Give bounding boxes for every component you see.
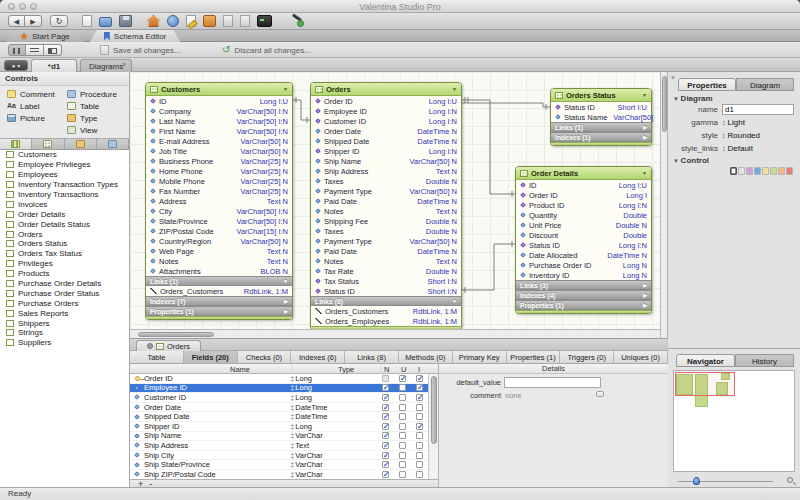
u-checkbox[interactable] bbox=[399, 413, 406, 420]
field-row-employee-id[interactable]: Employee IDLong I:N bbox=[311, 106, 461, 116]
section-links-1[interactable]: Links (1)▼ bbox=[146, 276, 292, 286]
field-row-shipper-id[interactable]: Shipper IDLong I:N bbox=[311, 146, 461, 156]
i-checkbox[interactable] bbox=[416, 404, 423, 411]
i-checkbox[interactable] bbox=[416, 452, 423, 459]
i-checkbox[interactable] bbox=[416, 384, 423, 391]
table-header[interactable]: Customers▼ bbox=[146, 83, 292, 96]
u-checkbox[interactable] bbox=[399, 471, 406, 478]
navigator-minimap[interactable] bbox=[673, 370, 795, 472]
section-indexes-7[interactable]: Indexes (7)▶ bbox=[146, 296, 292, 306]
field-row-e-mail-address[interactable]: E-mail AddressVarChar[50] N bbox=[146, 136, 292, 146]
sidebar-mode-tab-4[interactable] bbox=[97, 139, 129, 149]
n-checkbox[interactable] bbox=[382, 461, 389, 468]
field-row-shipping-fee[interactable]: Shipping FeeDouble N bbox=[311, 216, 461, 226]
diagram-table-orders-status[interactable]: Orders Status▼Status IDShort I:UStatus N… bbox=[550, 88, 652, 146]
column-header-name[interactable]: Name bbox=[230, 365, 250, 374]
connector-orders-order-id-to-orders-status-status-id[interactable] bbox=[462, 103, 550, 110]
grid-row-order-id[interactable]: Order ID‡Long bbox=[130, 374, 428, 384]
field-row-company[interactable]: CompanyVarChar[50] I:N bbox=[146, 106, 292, 116]
sidebar-item-privileges[interactable]: Privileges bbox=[0, 259, 129, 269]
diagram-vertical-scrollbar[interactable] bbox=[660, 72, 668, 338]
connection-pen-icon[interactable] bbox=[291, 15, 304, 27]
view-mode-tree-button[interactable] bbox=[8, 44, 26, 56]
grid-row-customer-id[interactable]: Customer ID‡Long bbox=[130, 393, 428, 403]
tab-start-page[interactable]: Start Page bbox=[6, 30, 84, 42]
grid-row-ship-state-province[interactable]: Ship State/Province‡VarChar bbox=[130, 460, 428, 470]
web-icon[interactable] bbox=[167, 15, 179, 27]
field-row-state-province[interactable]: State/ProvinceVarChar[50] I:N bbox=[146, 216, 292, 226]
field-row-taxes[interactable]: TaxesDouble N bbox=[311, 176, 461, 186]
sidebar-item-inventory-transaction-types[interactable]: Inventory Transaction Types bbox=[0, 180, 129, 190]
sidebar-mode-tab-2[interactable] bbox=[32, 139, 64, 149]
sidebar-item-purchase-order-details[interactable]: Purchase Order Details bbox=[0, 279, 129, 289]
u-checkbox[interactable] bbox=[399, 442, 406, 449]
field-row-ship-address[interactable]: Ship AddressText N bbox=[311, 166, 461, 176]
default-value-input[interactable] bbox=[504, 377, 601, 388]
sidebar-item-invoices[interactable]: Invoices bbox=[0, 199, 129, 209]
n-checkbox[interactable] bbox=[382, 452, 389, 459]
control-picture[interactable]: Picture bbox=[7, 112, 67, 124]
grid-row-ship-zip-postal-code[interactable]: Ship ZIP/Postal Code‡VarChar bbox=[130, 470, 428, 479]
discard-all-button[interactable]: ↺ Discard all changes... bbox=[222, 45, 311, 55]
sidebar-item-sales-reports[interactable]: Sales Reports bbox=[0, 308, 129, 318]
filter-dropdown-icon[interactable]: ▼ bbox=[283, 86, 288, 92]
terminal-icon[interactable] bbox=[257, 15, 272, 27]
magnifier-icon[interactable] bbox=[787, 477, 793, 483]
color-swatch-4[interactable] bbox=[754, 167, 761, 175]
connector-orders-order-id-to-order-details-order-id[interactable] bbox=[462, 97, 515, 197]
field-row-job-title[interactable]: Job TitleVarChar[50] N bbox=[146, 146, 292, 156]
field-row-purchase-order-id[interactable]: Purchase Order IDLong N bbox=[516, 260, 651, 270]
field-row-status-id[interactable]: Status IDShort I:U bbox=[551, 102, 651, 112]
sidebar-item-employee-privileges[interactable]: Employee Privileges bbox=[0, 160, 129, 170]
field-row-customer-id[interactable]: Customer IDLong I:N bbox=[311, 116, 461, 126]
diagram-canvas[interactable]: Customers▼IDLong I:UCompanyVarChar[50] I… bbox=[130, 72, 660, 329]
sidebar-item-products[interactable]: Products bbox=[0, 269, 129, 279]
save-icon[interactable] bbox=[119, 15, 132, 27]
n-checkbox[interactable] bbox=[382, 432, 389, 439]
home-icon[interactable] bbox=[147, 15, 160, 27]
n-checkbox[interactable] bbox=[382, 394, 389, 401]
table-header[interactable]: Order Details▼ bbox=[516, 167, 651, 180]
sidebar-item-customers[interactable]: Customers bbox=[0, 150, 129, 160]
field-row-order-id[interactable]: Order IDLong I:U bbox=[311, 96, 461, 106]
field-row-order-date[interactable]: Order DateDateTime N bbox=[311, 126, 461, 136]
field-row-home-phone[interactable]: Home PhoneVarChar[25] N bbox=[146, 166, 292, 176]
field-row-business-phone[interactable]: Business PhoneVarChar[25] N bbox=[146, 156, 292, 166]
sidebar-item-purchase-orders[interactable]: Purchase Orders bbox=[0, 298, 129, 308]
n-checkbox[interactable] bbox=[382, 442, 389, 449]
collapse-sidebar-icon[interactable]: » bbox=[122, 61, 126, 68]
field-row-attachments[interactable]: AttachmentsBLOB N bbox=[146, 266, 292, 276]
control-table[interactable]: Table bbox=[67, 100, 127, 112]
sidebar-item-orders[interactable]: Orders bbox=[0, 229, 129, 239]
u-checkbox[interactable] bbox=[399, 452, 406, 459]
n-checkbox[interactable] bbox=[382, 423, 389, 430]
sidebar-mode-tab-3[interactable] bbox=[65, 139, 97, 149]
field-row-paid-date[interactable]: Paid DateDateTime N bbox=[311, 196, 461, 206]
u-checkbox[interactable] bbox=[399, 461, 406, 468]
field-row-discount[interactable]: DiscountDouble bbox=[516, 230, 651, 240]
field-row-product-id[interactable]: Product IDLong I:N bbox=[516, 200, 651, 210]
sidebar-item-strings[interactable]: Strings bbox=[0, 328, 129, 338]
tab-checks-0[interactable]: Checks (0) bbox=[238, 351, 292, 363]
filter-dropdown-icon[interactable]: ▼ bbox=[642, 170, 647, 176]
u-checkbox[interactable] bbox=[399, 432, 406, 439]
field-row-first-name[interactable]: First NameVarChar[50] I:N bbox=[146, 126, 292, 136]
control-comment[interactable]: Comment bbox=[7, 88, 67, 100]
tab-diagram[interactable]: Diagram bbox=[736, 78, 794, 91]
grid-row-shipped-date[interactable]: Shipped Date‡DateTime bbox=[130, 412, 428, 422]
sidebar-mode-tab-1[interactable] bbox=[0, 139, 32, 149]
tab-properties-1[interactable]: Properties (1) bbox=[507, 351, 561, 363]
field-row-ship-name[interactable]: Ship NameVarChar[50] N bbox=[311, 156, 461, 166]
table-header[interactable]: Orders▼ bbox=[311, 83, 461, 96]
report-icon[interactable] bbox=[186, 15, 196, 27]
tab-properties[interactable]: Properties bbox=[678, 78, 736, 91]
sidebar-item-order-details-status[interactable]: Order Details Status bbox=[0, 219, 129, 229]
tab-table[interactable]: Table bbox=[130, 351, 184, 363]
color-swatch-6[interactable] bbox=[770, 167, 777, 175]
tab-primary-key[interactable]: Primary Key bbox=[453, 351, 507, 363]
field-row-tax-rate[interactable]: Tax RateDouble N bbox=[311, 266, 461, 276]
field-row-status-id[interactable]: Status IDShort I:N bbox=[311, 286, 461, 296]
grid-row-ship-address[interactable]: Ship Address‡Text bbox=[130, 441, 428, 451]
tab-navigator[interactable]: Navigator bbox=[676, 354, 735, 367]
link-row-orders-employees[interactable]: Orders_EmployeesRdbLink, 1:M bbox=[311, 316, 461, 326]
